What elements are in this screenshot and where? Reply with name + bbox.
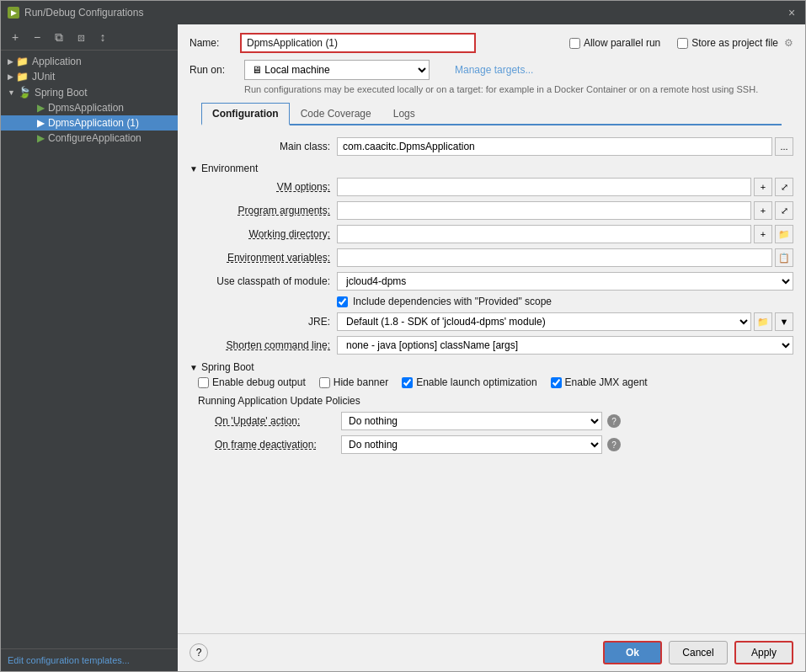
env-variables-input[interactable] xyxy=(337,248,772,267)
add-config-button[interactable]: + xyxy=(6,28,24,46)
vm-options-label: VM options: xyxy=(189,181,337,193)
enable-debug-checkbox[interactable] xyxy=(198,377,209,388)
sort-config-button[interactable]: ↕ xyxy=(93,28,112,46)
hide-banner-checkbox[interactable] xyxy=(319,377,330,388)
env-variables-row: Environment variables: 📋 xyxy=(189,248,793,267)
sidebar-item-spring-boot-group[interactable]: ▼ 🍃 Spring Boot xyxy=(1,84,178,100)
jre-select[interactable]: Default (1.8 - SDK of 'jcloud4-dpms' mod… xyxy=(337,312,751,331)
sidebar-item-dpms-app-1[interactable]: ▶ DpmsApplication (1) xyxy=(1,115,178,131)
main-class-input[interactable] xyxy=(337,137,772,156)
jre-select-wrapper: Default (1.8 - SDK of 'jcloud4-dpms' mod… xyxy=(337,312,793,331)
spring-boot-section-header: ▼ Spring Boot xyxy=(189,361,793,373)
on-frame-help-icon[interactable]: ? xyxy=(607,438,621,451)
program-arguments-input-group: + ⤢ xyxy=(337,201,793,220)
working-directory-input[interactable] xyxy=(337,225,751,243)
env-variables-edit-button[interactable]: 📋 xyxy=(775,248,793,267)
working-directory-label: Working directory: xyxy=(189,228,337,240)
run-debug-configurations-dialog: ▶ Run/Debug Configurations × + − ⧉ ⧇ ↕ ▶… xyxy=(0,0,806,672)
enable-jmx-checkbox[interactable] xyxy=(551,377,562,388)
on-update-select[interactable]: Do nothing Hot swap classes Update resou… xyxy=(341,412,602,430)
program-arguments-label: Program arguments: xyxy=(189,205,337,216)
copy-config-button[interactable]: ⧉ xyxy=(50,28,68,46)
run-on-select[interactable]: 🖥 Local machine xyxy=(244,60,430,80)
close-button[interactable]: × xyxy=(785,6,798,19)
tabs-bar: Configuration Code Coverage Logs xyxy=(201,101,782,125)
sidebar-tree: ▶ 📁 Application ▶ 📁 JUnit ▼ 🍃 Spring Bo xyxy=(1,51,178,648)
environment-section-title: Environment xyxy=(201,163,258,174)
env-variables-input-group: 📋 xyxy=(337,248,793,267)
enable-debug-label: Enable debug output xyxy=(212,376,306,388)
program-arguments-row: Program arguments: + ⤢ xyxy=(189,201,793,220)
sidebar-item-configure-app[interactable]: ▶ ConfigureApplication xyxy=(1,131,178,146)
sidebar-toolbar: + − ⧉ ⧇ ↕ xyxy=(1,24,178,51)
working-directory-row: Working directory: + 📁 xyxy=(189,225,793,243)
spring-boot-collapse-icon[interactable]: ▼ xyxy=(189,363,198,372)
edit-configuration-templates-link[interactable]: Edit configuration templates... xyxy=(8,655,130,665)
main-class-browse-button[interactable]: ... xyxy=(775,137,793,156)
junit-icon: 📁 xyxy=(16,71,29,83)
include-deps-checkbox[interactable] xyxy=(337,296,348,307)
spring-boot-section: ▼ Spring Boot Enable debug output Hide b… xyxy=(189,361,793,454)
move-config-button[interactable]: ⧇ xyxy=(72,28,90,46)
program-arguments-input[interactable] xyxy=(337,201,751,220)
on-update-row: On 'Update' action: Do nothing Hot swap … xyxy=(215,412,793,430)
sidebar-item-label: DpmsApplication (1) xyxy=(48,117,139,129)
main-class-row: Main class: ... xyxy=(189,137,793,156)
sidebar-item-label: ConfigureApplication xyxy=(48,132,141,144)
store-as-project-file-checkbox-item: Store as project file ⚙ xyxy=(677,37,793,49)
sidebar-item-label: DpmsApplication xyxy=(48,102,124,114)
tab-configuration[interactable]: Configuration xyxy=(201,103,290,125)
classpath-module-select[interactable]: jcloud4-dpms xyxy=(337,272,793,291)
sidebar-item-junit[interactable]: ▶ 📁 JUnit xyxy=(1,69,178,84)
update-policies: Running Application Update Policies On '… xyxy=(198,395,793,454)
on-frame-row: On frame deactivation: Do nothing Hot sw… xyxy=(215,435,793,454)
on-update-help-icon[interactable]: ? xyxy=(607,414,621,428)
arrow-icon: ▼ xyxy=(8,88,15,97)
working-directory-add-button[interactable]: + xyxy=(754,225,772,243)
working-directory-input-group: + 📁 xyxy=(337,225,793,243)
run-on-label: Run on: xyxy=(189,64,236,76)
help-button[interactable]: ? xyxy=(189,643,208,662)
manage-targets-link[interactable]: Manage targets... xyxy=(455,64,533,76)
ok-button[interactable]: Ok xyxy=(603,641,662,664)
vm-options-add-button[interactable]: + xyxy=(754,178,772,196)
sidebar-item-dpms-app[interactable]: ▶ DpmsApplication xyxy=(1,100,178,115)
store-gear-icon[interactable]: ⚙ xyxy=(784,37,793,49)
allow-parallel-run-checkbox-item: Allow parallel run xyxy=(569,37,660,49)
vm-options-input[interactable] xyxy=(337,178,751,196)
cancel-button[interactable]: Cancel xyxy=(669,641,728,664)
environment-section-header: ▼ Environment xyxy=(189,163,793,174)
program-arguments-add-button[interactable]: + xyxy=(754,201,772,220)
include-deps-label: Include dependencies with "Provided" sco… xyxy=(353,296,552,307)
enable-launch-checkbox[interactable] xyxy=(402,377,413,388)
sidebar-item-label: JUnit xyxy=(32,71,55,83)
name-input[interactable] xyxy=(240,33,476,53)
jre-dropdown-button[interactable]: ▼ xyxy=(775,312,793,331)
jre-browse-button[interactable]: 📁 xyxy=(754,312,772,331)
store-as-project-file-checkbox[interactable] xyxy=(677,38,688,49)
on-frame-select-wrapper: Do nothing Hot swap classes Update resou… xyxy=(341,435,621,454)
tab-code-coverage[interactable]: Code Coverage xyxy=(290,103,382,125)
tab-logs[interactable]: Logs xyxy=(382,103,426,125)
update-policies-title: Running Application Update Policies xyxy=(198,395,793,407)
shorten-cmd-row: Shorten command line: none - java [optio… xyxy=(189,336,793,355)
main-class-input-group: ... xyxy=(337,137,793,156)
working-directory-browse-button[interactable]: 📁 xyxy=(775,225,793,243)
apply-button[interactable]: Apply xyxy=(734,641,793,664)
name-row: Name: Allow parallel run Store as projec… xyxy=(189,33,793,53)
main-class-label: Main class: xyxy=(189,141,337,152)
arrow-icon: ▶ xyxy=(8,57,13,66)
sidebar-item-application[interactable]: ▶ 📁 Application xyxy=(1,54,178,69)
shorten-cmd-select[interactable]: none - java [options] className [args] xyxy=(337,336,793,355)
program-arguments-expand-button[interactable]: ⤢ xyxy=(775,201,793,220)
vm-options-expand-button[interactable]: ⤢ xyxy=(775,178,793,196)
allow-parallel-run-checkbox[interactable] xyxy=(569,38,580,49)
run-on-hint: Run configurations may be executed local… xyxy=(244,83,793,96)
config-body: Main class: ... ▼ Environment VM options… xyxy=(178,131,805,633)
remove-config-button[interactable]: − xyxy=(28,28,46,46)
classpath-row: Use classpath of module: jcloud4-dpms xyxy=(189,272,793,291)
application-icon: 📁 xyxy=(16,56,29,67)
environment-collapse-icon[interactable]: ▼ xyxy=(189,164,198,173)
shorten-cmd-label: Shorten command line: xyxy=(189,339,337,351)
on-frame-select[interactable]: Do nothing Hot swap classes Update resou… xyxy=(341,435,602,454)
